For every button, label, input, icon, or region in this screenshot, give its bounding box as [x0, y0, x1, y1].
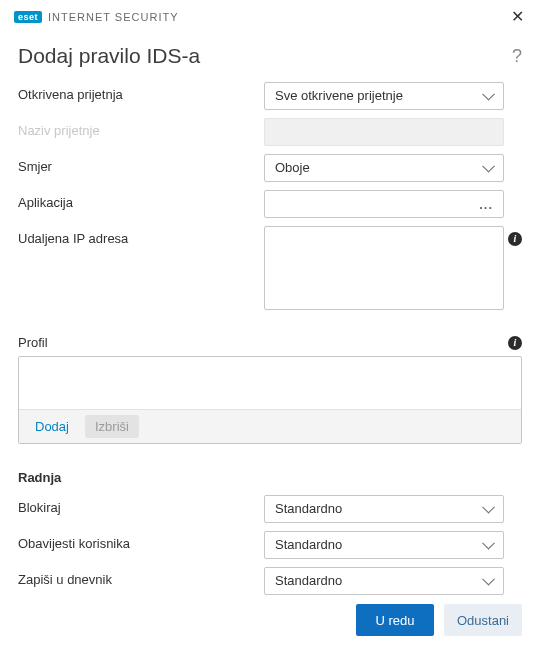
ok-button[interactable]: U redu	[356, 604, 434, 636]
profile-add-button[interactable]: Dodaj	[25, 415, 79, 438]
profile-delete-button[interactable]: Izbriši	[85, 415, 139, 438]
block-select-value: Standardno	[275, 501, 342, 516]
remote-ip-textarea[interactable]	[264, 226, 504, 310]
info-icon[interactable]: i	[508, 232, 522, 246]
notify-select[interactable]: Standardno	[264, 531, 504, 559]
row-application: Aplikacija ...	[18, 190, 522, 218]
page-title: Dodaj pravilo IDS-a	[18, 44, 200, 68]
threat-name-input	[264, 118, 504, 146]
form-main: Otkrivena prijetnja Sve otkrivene prijet…	[0, 82, 540, 313]
row-threat: Otkrivena prijetnja Sve otkrivene prijet…	[18, 82, 522, 110]
profile-box: Dodaj Izbriši	[18, 356, 522, 444]
action-heading: Radnja	[0, 444, 540, 495]
close-icon[interactable]: ✕	[507, 9, 528, 25]
brand-badge: eset	[14, 11, 42, 23]
cancel-button[interactable]: Odustani	[444, 604, 522, 636]
threat-label: Otkrivena prijetnja	[18, 82, 264, 102]
block-select[interactable]: Standardno	[264, 495, 504, 523]
notify-label: Obavijesti korisnika	[18, 531, 264, 551]
block-label: Blokiraj	[18, 495, 264, 515]
help-icon[interactable]: ?	[512, 46, 522, 67]
row-block: Blokiraj Standardno	[18, 495, 522, 523]
brand-text: INTERNET SECURITY	[48, 11, 178, 23]
browse-icon[interactable]: ...	[479, 197, 493, 212]
threat-select[interactable]: Sve otkrivene prijetnje	[264, 82, 504, 110]
row-remote-ip: Udaljena IP adresa i	[18, 226, 522, 313]
notify-select-value: Standardno	[275, 537, 342, 552]
row-threat-name: Naziv prijetnje	[18, 118, 522, 146]
row-notify: Obavijesti korisnika Standardno	[18, 531, 522, 559]
application-label: Aplikacija	[18, 190, 264, 210]
form-action: Blokiraj Standardno Obavijesti korisnika…	[0, 495, 540, 595]
dialog-header: Dodaj pravilo IDS-a ?	[0, 32, 540, 82]
threat-name-label: Naziv prijetnje	[18, 118, 264, 138]
app-logo: eset INTERNET SECURITY	[14, 11, 179, 23]
log-select-value: Standardno	[275, 573, 342, 588]
profile-actions: Dodaj Izbriši	[19, 409, 521, 443]
profile-label: Profil	[18, 335, 48, 350]
info-icon[interactable]: i	[508, 336, 522, 350]
direction-select-value: Oboje	[275, 160, 310, 175]
dialog-footer: U redu Odustani	[0, 590, 540, 650]
log-label: Zapiši u dnevnik	[18, 567, 264, 587]
titlebar: eset INTERNET SECURITY ✕	[0, 0, 540, 32]
direction-label: Smjer	[18, 154, 264, 174]
profile-header: Profil i	[0, 321, 540, 356]
threat-select-value: Sve otkrivene prijetnje	[275, 88, 403, 103]
profile-list[interactable]	[19, 357, 521, 409]
row-direction: Smjer Oboje	[18, 154, 522, 182]
remote-ip-label: Udaljena IP adresa	[18, 226, 264, 246]
application-input[interactable]: ...	[264, 190, 504, 218]
direction-select[interactable]: Oboje	[264, 154, 504, 182]
